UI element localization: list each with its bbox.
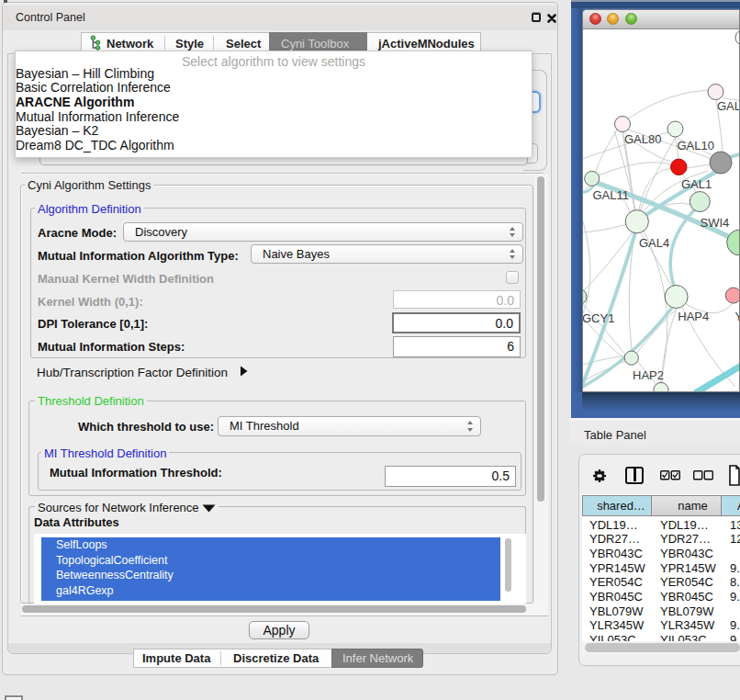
svg-text:GAL1: GAL1: [681, 177, 712, 191]
svg-text:GAL4: GAL4: [639, 236, 669, 250]
svg-text:Y: Y: [735, 310, 740, 323]
svg-text:HAP2: HAP2: [633, 368, 664, 382]
svg-text:GAL11: GAL11: [593, 188, 630, 202]
svg-text:GCY1: GCY1: [583, 311, 614, 325]
svg-text:GAL80: GAL80: [624, 132, 661, 146]
svg-text:GAL: GAL: [717, 99, 740, 113]
svg-text:SWI4: SWI4: [701, 216, 730, 230]
svg-text:GAL10: GAL10: [678, 139, 714, 152]
svg-text:HAP4: HAP4: [678, 310, 709, 323]
